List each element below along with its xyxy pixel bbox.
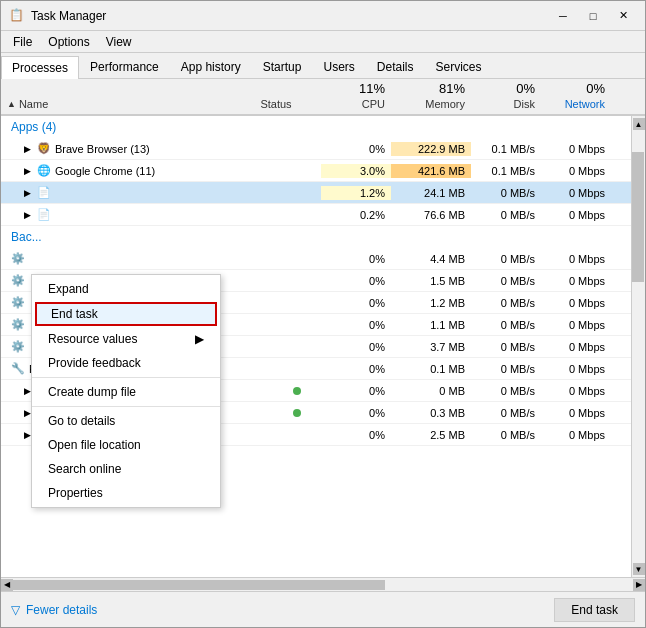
scroll-down[interactable]: ▼	[633, 563, 645, 575]
scroll-left[interactable]: ◀	[1, 579, 13, 591]
tab-performance[interactable]: Performance	[79, 55, 170, 78]
ctx-go-to-details[interactable]: Go to details	[32, 409, 220, 433]
bottom-bar: ▽ Fewer details End task	[1, 591, 645, 627]
apps-section-header: Apps (4)	[1, 116, 631, 138]
status-cell	[231, 170, 321, 172]
ctx-resource-values[interactable]: Resource values ▶	[32, 327, 220, 351]
background-label: Bac...	[11, 230, 42, 244]
col-memory[interactable]: Memory	[391, 96, 471, 112]
tab-details[interactable]: Details	[366, 55, 425, 78]
tab-startup[interactable]: Startup	[252, 55, 313, 78]
app-icon: 📄	[37, 208, 51, 222]
disk-cell: 0 MB/s	[471, 208, 541, 222]
expand-arrow[interactable]: ▶	[21, 165, 33, 177]
net-pct: 0%	[541, 81, 611, 96]
close-button[interactable]: ✕	[609, 6, 637, 26]
net-cell: 0 Mbps	[541, 142, 611, 156]
table-row[interactable]: ▶ 🌐 Google Chrome (11) 3.0% 421.6 MB 0.1…	[1, 160, 631, 182]
tab-bar: Processes Performance App history Startu…	[1, 53, 645, 79]
mem-cell: 76.6 MB	[391, 208, 471, 222]
cpu-cell: 0.2%	[321, 208, 391, 222]
col-cpu[interactable]: CPU	[321, 96, 391, 112]
apps-label: Apps (4)	[11, 120, 56, 134]
h-scroll-thumb[interactable]	[13, 580, 385, 590]
bg-icon: ⚙️	[11, 274, 25, 288]
status-dot	[293, 387, 301, 395]
h-scrollbar[interactable]: ◀ ▶	[1, 577, 645, 591]
tab-processes[interactable]: Processes	[1, 56, 79, 79]
mem-pct: 81%	[391, 81, 471, 96]
scroll-up[interactable]: ▲	[633, 118, 645, 130]
ctx-separator-2	[32, 406, 220, 407]
expand-arrow[interactable]: ▶	[21, 143, 33, 155]
mem-cell: 421.6 MB	[391, 164, 471, 178]
mem-cell: 24.1 MB	[391, 186, 471, 200]
col-network[interactable]: Network	[541, 96, 611, 112]
app-icon: 📋	[9, 8, 25, 24]
cpu-pct: 11%	[321, 81, 391, 96]
disk-cell: 0.1 MB/s	[471, 142, 541, 156]
table-row[interactable]: ▶ 🦁 Brave Browser (13) 0% 222.9 MB 0.1 M…	[1, 138, 631, 160]
disk-cell: 0.1 MB/s	[471, 164, 541, 178]
col-status[interactable]: Status	[231, 96, 321, 112]
minimize-button[interactable]: ─	[549, 6, 577, 26]
status-dot	[293, 409, 301, 417]
tab-users[interactable]: Users	[312, 55, 365, 78]
status-cell	[231, 214, 321, 216]
table-row[interactable]: ⚙️ 0% 4.4 MB 0 MB/s 0 Mbps	[1, 248, 631, 270]
process-name: Google Chrome (11)	[55, 165, 155, 177]
net-cell: 0 Mbps	[541, 164, 611, 178]
column-headers: 11% 81% 0% 0% ▲ Name Status CPU Memory D…	[1, 79, 645, 116]
window-title: Task Manager	[31, 9, 549, 23]
col-name[interactable]: Name	[19, 98, 48, 110]
feature-icon: 🔧	[11, 362, 25, 376]
title-bar: 📋 Task Manager ─ □ ✕	[1, 1, 645, 31]
ctx-create-dump[interactable]: Create dump file	[32, 380, 220, 404]
scroll-thumb[interactable]	[632, 152, 644, 282]
disk-cell: 0 MB/s	[471, 186, 541, 200]
menu-view[interactable]: View	[98, 33, 140, 51]
menu-options[interactable]: Options	[40, 33, 97, 51]
window-controls: ─ □ ✕	[549, 6, 637, 26]
table-row[interactable]: ▶ 📄 1.2% 24.1 MB 0 MB/s 0 Mbps	[1, 182, 631, 204]
col-disk[interactable]: Disk	[471, 96, 541, 112]
fewer-details-button[interactable]: ▽ Fewer details	[11, 603, 97, 617]
menu-file[interactable]: File	[5, 33, 40, 51]
scroll-right[interactable]: ▶	[633, 579, 645, 591]
context-menu: Expand End task Resource values ▶ Provid…	[31, 274, 221, 508]
cpu-cell: 1.2%	[321, 186, 391, 200]
ctx-expand[interactable]: Expand	[32, 277, 220, 301]
net-cell: 0 Mbps	[541, 186, 611, 200]
chevron-down-icon: ▽	[11, 603, 20, 617]
ctx-open-file-location[interactable]: Open file location	[32, 433, 220, 457]
ctx-search-online[interactable]: Search online	[32, 457, 220, 481]
chrome-icon: 🌐	[37, 164, 51, 178]
menu-bar: File Options View	[1, 31, 645, 53]
cpu-cell: 0%	[321, 142, 391, 156]
ctx-provide-feedback[interactable]: Provide feedback	[32, 351, 220, 375]
mem-cell: 222.9 MB	[391, 142, 471, 156]
table-row[interactable]: ▶ 📄 0.2% 76.6 MB 0 MB/s 0 Mbps	[1, 204, 631, 226]
task-manager-window: 📋 Task Manager ─ □ ✕ File Options View P…	[0, 0, 646, 628]
tab-app-history[interactable]: App history	[170, 55, 252, 78]
bg-icon: ⚙️	[11, 318, 25, 332]
bg-icon: ⚙️	[11, 340, 25, 354]
bg-icon: ⚙️	[11, 252, 25, 266]
expand-arrow[interactable]: ▶	[21, 187, 33, 199]
bg-icon: ⚙️	[11, 296, 25, 310]
tab-services[interactable]: Services	[425, 55, 493, 78]
ctx-properties[interactable]: Properties	[32, 481, 220, 505]
cpu-cell: 3.0%	[321, 164, 391, 178]
expand-arrow[interactable]: ▶	[21, 209, 33, 221]
main-content: 11% 81% 0% 0% ▲ Name Status CPU Memory D…	[1, 79, 645, 591]
ctx-end-task[interactable]: End task	[35, 302, 217, 326]
maximize-button[interactable]: □	[579, 6, 607, 26]
submenu-arrow: ▶	[195, 332, 204, 346]
app-icon: 📄	[37, 186, 51, 200]
scrollbar[interactable]: ▲ ▼	[631, 116, 645, 577]
ctx-separator	[32, 377, 220, 378]
status-cell	[231, 192, 321, 194]
background-section-header: Bac...	[1, 226, 631, 248]
disk-pct: 0%	[471, 81, 541, 96]
end-task-button[interactable]: End task	[554, 598, 635, 622]
